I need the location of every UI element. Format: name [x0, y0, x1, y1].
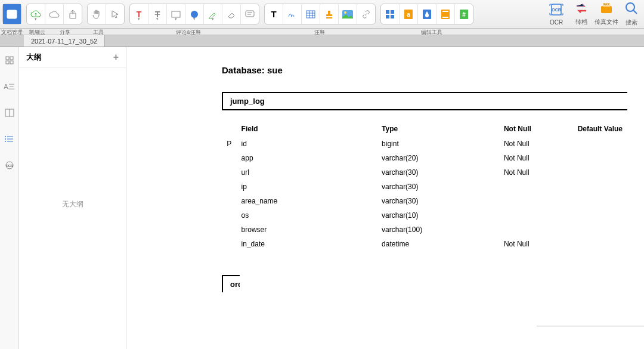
pen-button[interactable]: ▾: [204, 4, 222, 24]
label-cloud: 凯钿云: [24, 29, 50, 35]
table-button[interactable]: [302, 4, 320, 24]
group-tools: [87, 4, 125, 24]
rail-font-button[interactable]: A三: [4, 81, 16, 92]
cell-type: varchar(20): [377, 151, 499, 165]
svg-rect-1: [7, 10, 17, 13]
link-button[interactable]: [357, 4, 375, 24]
stamp-button[interactable]: [320, 4, 339, 24]
book-icon: [5, 109, 14, 117]
cell-pk: [222, 151, 237, 165]
svg-rect-13: [391, 15, 394, 18]
main-toolbar: ▾ T▾ T▾: [0, 0, 644, 29]
cell-notnull: Not Null: [499, 237, 554, 251]
convert-button[interactable]: 转档: [569, 1, 594, 27]
ocr-label: OCR: [550, 19, 563, 26]
svg-text:a: a: [407, 11, 410, 18]
cell-field: app: [237, 151, 377, 165]
hand-tool-button[interactable]: [88, 4, 106, 24]
svg-point-35: [5, 141, 6, 142]
list-icon: [5, 135, 14, 143]
textbox-button[interactable]: T: [265, 4, 283, 24]
note-button[interactable]: [241, 4, 259, 24]
circle-button[interactable]: ▾: [185, 4, 204, 24]
hand-icon: [91, 9, 102, 20]
svg-rect-18: [442, 11, 448, 12]
svg-rect-28: [6, 57, 9, 60]
cell-notnull: Not Null: [499, 165, 554, 180]
table-row: osvarchar(10): [222, 208, 627, 223]
doc-mgmt-button[interactable]: [3, 4, 21, 24]
page-title: Database: sue: [222, 65, 644, 75]
svg-text:FAX: FAX: [603, 2, 609, 6]
svg-point-33: [5, 136, 6, 137]
bates-button[interactable]: #: [455, 4, 473, 24]
cloud-button[interactable]: [45, 4, 64, 24]
file-tab-active[interactable]: 2021-07-11_17_30_52: [24, 35, 105, 47]
watermark-button[interactable]: [418, 4, 436, 24]
select-tool-button[interactable]: [106, 4, 124, 24]
grid-button[interactable]: [381, 4, 400, 24]
svg-rect-12: [386, 15, 389, 18]
cell-type: varchar(30): [377, 180, 499, 194]
search-button[interactable]: 搜索: [619, 1, 644, 27]
toolbar-group-labels: 文档管理 凯钿云 分享 工具 评论&注释 注释 编辑工具: [0, 29, 644, 35]
group-cloud: ▾: [26, 4, 82, 24]
cell-notnull: Not Null: [499, 137, 554, 151]
decorative-line: [537, 326, 644, 327]
eraser-button[interactable]: [222, 4, 241, 24]
text-tool-button[interactable]: T▾: [130, 4, 148, 24]
page-a-button[interactable]: a: [400, 4, 418, 24]
ocr-button[interactable]: OCR OCR: [544, 1, 569, 27]
search-label: 搜索: [626, 18, 637, 27]
svg-rect-7: [326, 17, 332, 18]
shape-button[interactable]: ▾: [167, 4, 185, 24]
svg-rect-31: [10, 61, 13, 64]
label-annotate: 注释: [260, 29, 379, 35]
cell-field: id: [237, 137, 377, 151]
table-icon: [305, 9, 316, 20]
cell-field: ip: [237, 180, 377, 194]
fax-icon: FAX: [599, 2, 614, 17]
svg-rect-30: [6, 61, 9, 64]
cell-default: [554, 180, 627, 194]
share-button[interactable]: [64, 4, 82, 24]
cell-field: browser: [237, 223, 377, 237]
svg-text:OCR: OCR: [552, 8, 561, 12]
rail-outline-button[interactable]: [4, 133, 16, 145]
share-icon: [67, 9, 78, 20]
cell-pk: P: [222, 137, 237, 151]
cell-notnull: [499, 194, 554, 208]
cell-field: area_name: [237, 194, 377, 208]
rail-thumbnails-button[interactable]: [4, 54, 16, 66]
table-row: ipvarchar(30): [222, 180, 627, 194]
cell-notnull: Not Null: [499, 151, 554, 165]
col-field: Field: [237, 121, 377, 137]
svg-rect-24: [601, 6, 612, 13]
cell-type: varchar(30): [377, 165, 499, 180]
rail-ocr-button[interactable]: OCR: [4, 159, 16, 171]
signature-icon: [287, 9, 298, 20]
outline-add-button[interactable]: +: [113, 52, 119, 63]
table-row: PidbigintNot Null: [222, 137, 627, 151]
rail-bookmark-button[interactable]: [4, 107, 16, 119]
group-comment: T▾ T▾ ▾ ▾ ▾: [129, 4, 259, 24]
chevron-down-icon: ▾: [156, 17, 159, 21]
search-icon: [624, 1, 639, 17]
cell-pk: [222, 208, 237, 223]
document-view[interactable]: Database: sue jump_log Field Type Not Nu…: [126, 47, 644, 349]
header-footer-icon: [440, 9, 451, 20]
cloud-sync-button[interactable]: ▾: [27, 4, 45, 24]
fax-button[interactable]: FAX 传真文件: [594, 1, 619, 27]
strikethrough-button[interactable]: T▾: [148, 4, 167, 24]
outline-header: 大纲 +: [19, 47, 126, 68]
cell-notnull: [499, 223, 554, 237]
sign-button[interactable]: [283, 4, 302, 24]
cell-notnull: [499, 180, 554, 194]
image-button[interactable]: [339, 4, 357, 24]
col-default: Default Value: [554, 121, 627, 137]
schema-table: Field Type Not Null Default Value Pidbig…: [222, 121, 627, 251]
col-type: Type: [377, 121, 499, 137]
cell-default: [554, 223, 627, 237]
header-footer-button[interactable]: [436, 4, 455, 24]
table-row: browservarchar(100): [222, 223, 627, 237]
